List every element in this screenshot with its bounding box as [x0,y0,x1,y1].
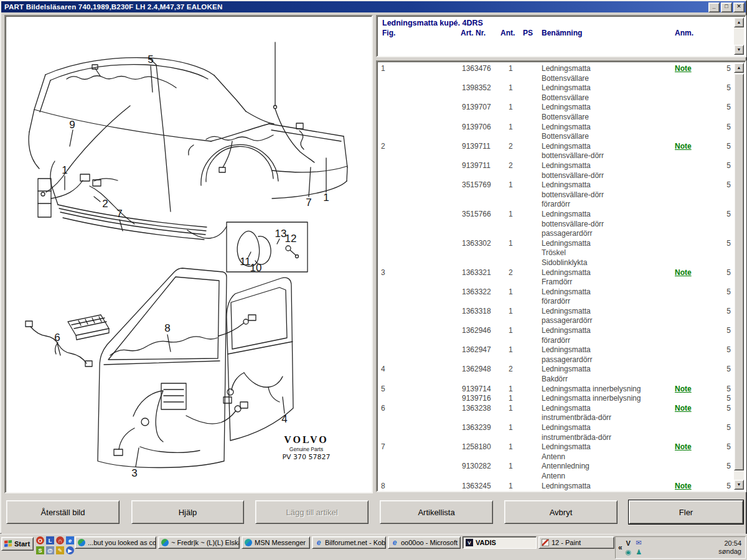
headphones-icon[interactable]: ∩ [56,536,64,544]
header-scrollbar[interactable]: ▲ ▼ [734,17,744,55]
cell-benamning: Ledningsmatta innerbelysning [542,394,641,404]
table-row[interactable]: 712581801LedningsmattaAntennNote5 [377,442,734,462]
note-link[interactable]: Note [675,142,692,151]
taskbar-button-bilforumet-net-koblings[interactable]: eBilforumet.net - Koblings... [312,536,386,549]
table-row[interactable]: 35157661Ledningsmattabottensvällare-dörr… [377,210,734,239]
taskbar-button-fredr-k-l-l-elska[interactable]: ~ Fredr|k ~ (L)(L) Elska ... [158,536,240,549]
taskbar-button-msn-messenger[interactable]: MSN Messenger [242,536,310,549]
table-scroll-down-icon[interactable]: ▼ [734,480,744,490]
benamning-line: instrumentbräda-dörr [542,413,611,423]
taskbar-button-but-you-looked-as-cool[interactable]: ...but you looked as cool... [75,536,156,549]
cell-num: 5 [722,482,731,491]
table-row[interactable]: 13633221Ledningsmattaförardörr5 [377,287,734,307]
column-header-benamning: Benämning [542,29,582,37]
table-row[interactable]: 91302821AntennledningAntenn5 [377,462,734,481]
table-row[interactable]: 13629461Ledningsmattaförardörr5 [377,326,734,345]
task-label: Bilforumet.net - Koblings... [325,539,386,546]
cell-ant: 1 [509,180,513,190]
messenger-buddy-icon [78,539,85,546]
header-scroll-down-icon[interactable]: ▼ [734,45,744,55]
cell-num: 5 [722,180,731,190]
table-row[interactable]: 113634761LedningsmattaBottensvällareNote… [377,64,734,83]
callout-5: 5 [148,54,153,66]
cell-artnr: 1362948 [462,365,491,375]
winzip-icon[interactable]: ✎ [56,546,64,554]
benamning-line: Ledningsmatta innerbelysning [542,394,641,404]
reset-image-button[interactable]: Återställ bild [6,500,120,524]
taskbar-button-oo00oo-microsoft-inter[interactable]: eoo00oo - Microsoft Inter... [388,536,461,549]
cancel-button[interactable]: Avbryt [504,500,618,524]
tray-clock[interactable]: 20:54 søndag [718,539,745,556]
callout-12: 12 [285,233,297,245]
benamning-line: Ledningsmatta [542,180,604,190]
start-button[interactable]: Start [1,537,34,551]
green-app-icon[interactable]: S [36,546,44,554]
taskbar-button-vadis[interactable]: VVADIS [463,536,537,549]
mail-icon[interactable]: ✉ [634,539,644,547]
tray-chevron-icon[interactable]: « [618,543,622,552]
cell-artnr: 3515769 [462,180,491,190]
table-scrollbar[interactable]: ▲ ▼ [734,63,744,490]
table-row[interactable]: 13629471Ledningsmattapassagerardörr5 [377,345,734,365]
cell-ant: 1 [509,326,513,336]
internet-explorer-icon[interactable]: e [66,536,74,544]
article-list-button[interactable]: Artikellista [380,500,493,524]
note-link[interactable]: Note [675,482,692,490]
mail-icon[interactable]: @ [46,546,54,554]
benamning-line: Ledningsmatta [542,123,591,133]
cell-artnr: 1363238 [462,404,491,414]
table-row[interactable]: 13632391Ledningsmattainstrumentbräda-dör… [377,423,734,442]
volume-icon[interactable]: ◉ [624,548,633,556]
note-link[interactable]: Note [675,404,692,413]
callout-11: 11 [240,256,251,268]
benamning-line: Ledningsmatta [542,365,591,375]
windows-logo-icon [4,540,12,548]
table-scroll-up-icon[interactable]: ▲ [734,63,744,73]
cell-artnr: 1363239 [462,423,491,433]
blue-app-icon[interactable]: L [46,536,54,544]
cell-benamning: LedningsmattaBottensvällare [542,64,591,83]
table-row[interactable]: 813632451LedningsmattaNote5 [377,482,734,491]
benamning-line: Ledningsmatta [542,64,591,74]
table-scroll-thumb[interactable] [734,73,744,470]
browser-red-icon[interactable]: O [36,536,44,544]
table-row[interactable]: 313633212LedningsmattaFramdörrNote5 [377,268,734,287]
taskbar-button-12-paint[interactable]: 12 - Paint [538,536,614,549]
callout-8: 8 [164,322,170,335]
cell-ant: 1 [509,345,513,355]
cell-ant: 1 [509,482,513,491]
table-row[interactable]: 91397061LedningsmattaBottensvällare5 [377,123,734,142]
note-link[interactable]: Note [675,268,692,277]
maximize-button[interactable]: □ [721,2,732,12]
table-row[interactable]: 13983521LedningsmattaBottensvällare5 [377,83,734,103]
cell-fig: 5 [381,385,385,394]
cell-ant: 1 [509,64,513,74]
table-row[interactable]: 613632381Ledningsmattainstrumentbräda-dö… [377,404,734,423]
help-button[interactable]: Hjälp [131,500,244,524]
header-scroll-up-icon[interactable]: ▲ [734,17,744,27]
messenger-status-icon[interactable]: V [624,539,633,547]
more-button[interactable]: Fler [629,500,743,524]
close-button[interactable]: ✕ [733,2,745,12]
media-player-icon[interactable]: ▶ [66,546,74,554]
parts-list-title: Ledningsmatta kupé. 4DRS [382,19,483,27]
cell-benamning: LedningsmattaBottensvällare [542,123,591,142]
table-row[interactable]: 591397141Ledningsmatta innerbelysningNot… [377,385,734,394]
title-bar[interactable]: PART Bildelsläsaren 740,1989,B230F LH 2.… [1,1,746,12]
table-row[interactable]: 13633021LedningsmattaTröskelSidoblinklyk… [377,239,734,268]
minimize-button[interactable]: _ [708,2,720,12]
table-row[interactable]: 91397161Ledningsmatta innerbelysning5 [377,394,734,404]
table-row[interactable]: 91397071LedningsmattaBottensvällare5 [377,103,734,122]
note-link[interactable]: Note [675,64,692,73]
table-row[interactable]: 413629482LedningsmattaBakdörr5 [377,365,734,384]
cell-num: 5 [722,287,731,297]
network-icon[interactable]: ♟ [634,548,644,556]
table-row[interactable]: 91397112Ledningsmattabottensvällare-dörr… [377,161,734,180]
note-link[interactable]: Note [675,442,692,451]
app-window: PART Bildelsläsaren 740,1989,B230F LH 2.… [0,0,747,534]
table-row[interactable]: 291397112Ledningsmattabottensvällare-dör… [377,142,734,161]
table-row[interactable]: 13633181Ledningsmattapassagerardörr5 [377,307,734,326]
note-link[interactable]: Note [675,385,692,393]
table-row[interactable]: 35157691Ledningsmattabottensvällare-dörr… [377,180,734,210]
task-label: ...but you looked as cool... [88,539,156,546]
